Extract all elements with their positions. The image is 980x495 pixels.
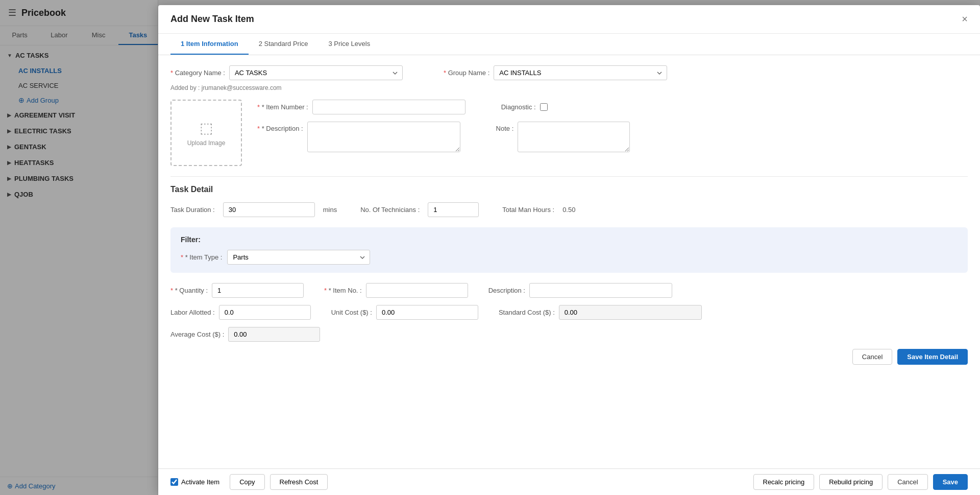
tab-price-levels[interactable]: 3 Price Levels bbox=[318, 34, 381, 55]
quantity-label: * * Quantity : bbox=[170, 287, 208, 294]
modal-action-bar: Activate Item Copy Refresh Cost Recalc p… bbox=[158, 468, 980, 495]
upload-image-label: Upload Image bbox=[187, 139, 226, 147]
category-name-label: * Category Name : bbox=[170, 69, 225, 77]
description2-label: Description : bbox=[488, 287, 525, 294]
item-no-input[interactable] bbox=[366, 283, 468, 298]
activate-item-check[interactable]: Activate Item bbox=[170, 478, 219, 486]
rebuild-pricing-button[interactable]: Rebuild pricing bbox=[819, 474, 883, 490]
quantity-input[interactable] bbox=[212, 283, 304, 298]
filter-title: Filter: bbox=[181, 235, 958, 244]
average-cost-label: Average Cost ($) : bbox=[170, 331, 224, 338]
save-item-detail-button[interactable]: Save Item Detail bbox=[897, 349, 968, 365]
recalc-pricing-button[interactable]: Recalc pricing bbox=[753, 474, 815, 490]
item-no-label: * * Item No. : bbox=[324, 287, 362, 294]
description2-input[interactable] bbox=[529, 283, 672, 298]
modal-header: Add New Task Item × bbox=[158, 5, 980, 34]
tab-standard-price[interactable]: 2 Standard Price bbox=[249, 34, 318, 55]
cancel-item-button[interactable]: Cancel bbox=[852, 349, 892, 365]
image-upload-icon: ⬚ bbox=[200, 120, 213, 136]
description-label: * * Description : bbox=[257, 125, 303, 132]
filter-box: Filter: * * Item Type : Parts Labor Misc bbox=[170, 227, 968, 273]
total-man-hours-value: 0.50 bbox=[562, 206, 575, 214]
refresh-cost-button[interactable]: Refresh Cost bbox=[270, 474, 328, 490]
group-name-select[interactable]: AC INSTALLS bbox=[494, 65, 667, 80]
upload-image-box[interactable]: ⬚ Upload Image bbox=[170, 100, 242, 166]
diagnostic-label: Diagnostic : bbox=[501, 103, 536, 111]
item-number-label: * * Item Number : bbox=[257, 103, 308, 111]
no-technicians-label: No. Of Technicians : bbox=[360, 206, 420, 214]
diagnostic-checkbox[interactable] bbox=[540, 103, 548, 111]
save-button[interactable]: Save bbox=[933, 474, 968, 490]
description-textarea[interactable] bbox=[307, 122, 460, 152]
note-label: Note : bbox=[496, 125, 514, 132]
activate-label: Activate Item bbox=[181, 478, 219, 486]
task-detail-title: Task Detail bbox=[170, 185, 968, 194]
labor-allotted-input[interactable] bbox=[219, 305, 311, 320]
modal-tabs: 1 Item Information 2 Standard Price 3 Pr… bbox=[158, 34, 980, 55]
bottom-cancel-button[interactable]: Cancel bbox=[888, 474, 927, 490]
unit-cost-input[interactable] bbox=[376, 305, 478, 320]
activate-checkbox[interactable] bbox=[170, 478, 178, 486]
modal-title: Add New Task Item bbox=[170, 14, 254, 25]
task-duration-label: Task Duration : bbox=[170, 206, 215, 214]
tab-item-information[interactable]: 1 Item Information bbox=[170, 34, 249, 55]
category-name-select[interactable]: AC TASKS bbox=[229, 65, 403, 80]
added-by-text: Added by : jrumanek@successware.com bbox=[170, 84, 968, 91]
item-number-input[interactable] bbox=[312, 100, 465, 114]
standard-cost-label: Standard Cost ($) : bbox=[499, 309, 555, 316]
note-textarea[interactable] bbox=[518, 122, 630, 152]
mins-label: mins bbox=[323, 206, 337, 214]
item-type-select[interactable]: Parts Labor Misc bbox=[227, 250, 370, 265]
unit-cost-label: Unit Cost ($) : bbox=[331, 309, 372, 316]
modal-close-button[interactable]: × bbox=[962, 13, 968, 25]
add-task-item-modal: Add New Task Item × 1 Item Information 2… bbox=[158, 5, 980, 495]
item-type-label: * * Item Type : bbox=[181, 253, 222, 261]
task-duration-input[interactable] bbox=[223, 202, 315, 217]
modal-body: * Category Name : AC TASKS * Group Name … bbox=[158, 55, 980, 468]
standard-cost-input[interactable] bbox=[559, 305, 702, 320]
average-cost-input[interactable] bbox=[228, 327, 320, 342]
no-technicians-input[interactable] bbox=[428, 202, 479, 217]
total-man-hours-label: Total Man Hours : bbox=[502, 206, 554, 214]
copy-button[interactable]: Copy bbox=[230, 474, 264, 490]
labor-allotted-label: Labor Allotted : bbox=[170, 309, 215, 316]
group-name-label: * Group Name : bbox=[444, 69, 489, 77]
